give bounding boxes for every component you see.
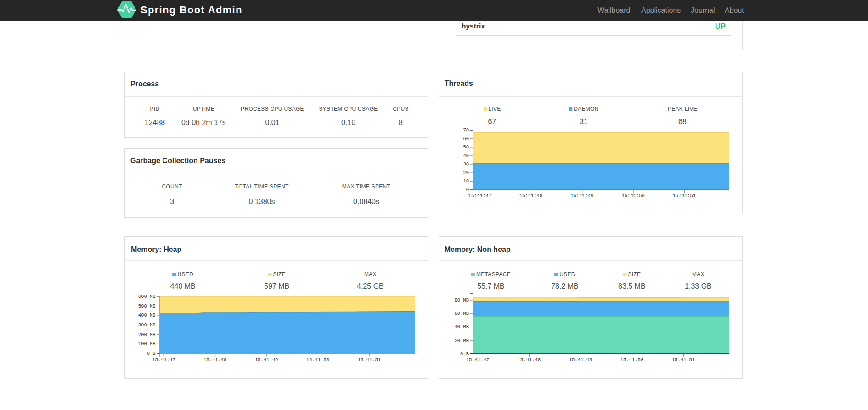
svg-text:15:41:50: 15:41:50	[621, 193, 644, 199]
svg-text:15:41:50: 15:41:50	[620, 357, 643, 363]
svg-text:0 B: 0 B	[460, 351, 469, 357]
svg-text:60 MB: 60 MB	[454, 311, 469, 316]
svg-text:15:41:47: 15:41:47	[468, 193, 491, 199]
svg-text:200 MB: 200 MB	[138, 332, 156, 337]
svg-text:15:41:51: 15:41:51	[672, 357, 695, 363]
svg-text:50: 50	[463, 144, 469, 150]
svg-text:15:41:49: 15:41:49	[569, 357, 592, 363]
svg-text:40 MB: 40 MB	[454, 324, 469, 330]
svg-text:15:41:47: 15:41:47	[466, 357, 489, 363]
svg-text:80 MB: 80 MB	[454, 297, 469, 303]
svg-text:300 MB: 300 MB	[138, 322, 156, 328]
svg-text:15:41:49: 15:41:49	[255, 357, 278, 363]
svg-text:15:41:51: 15:41:51	[358, 357, 381, 363]
svg-text:100 MB: 100 MB	[138, 341, 156, 347]
svg-text:0: 0	[466, 187, 469, 193]
svg-text:15:41:48: 15:41:48	[203, 357, 226, 363]
svg-text:15:41:49: 15:41:49	[570, 193, 593, 199]
svg-text:400 MB: 400 MB	[138, 313, 156, 318]
svg-text:15:41:51: 15:41:51	[673, 193, 696, 199]
svg-text:15:41:50: 15:41:50	[306, 357, 329, 363]
svg-text:500 MB: 500 MB	[138, 303, 156, 309]
svg-text:10: 10	[463, 178, 469, 184]
svg-text:600 MB: 600 MB	[138, 294, 156, 299]
svg-text:20: 20	[463, 170, 469, 176]
svg-text:15:41:47: 15:41:47	[152, 357, 175, 363]
svg-text:15:41:48: 15:41:48	[519, 193, 542, 199]
svg-text:20 MB: 20 MB	[454, 338, 469, 343]
svg-text:0 B: 0 B	[147, 351, 156, 356]
svg-text:30: 30	[463, 161, 469, 167]
svg-text:40: 40	[463, 153, 469, 159]
svg-text:15:41:48: 15:41:48	[518, 357, 541, 363]
svg-text:60: 60	[463, 136, 469, 142]
svg-text:70: 70	[463, 127, 469, 133]
